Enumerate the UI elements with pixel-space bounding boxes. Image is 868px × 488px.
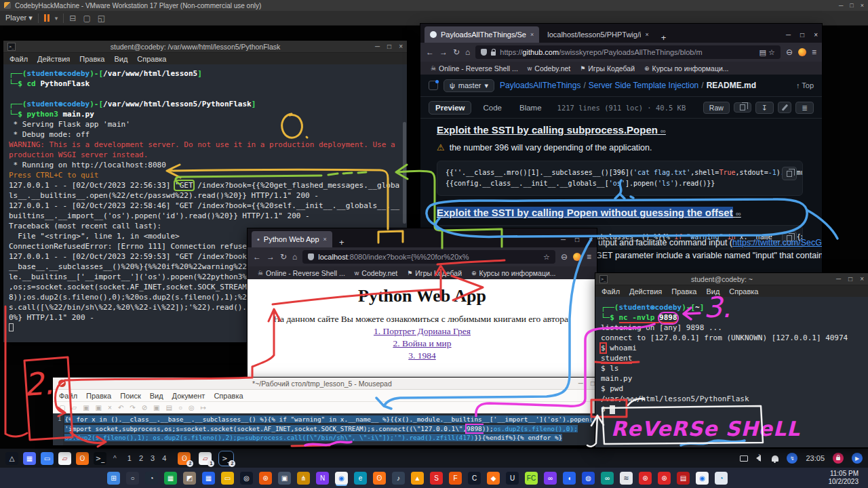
webapp-url-bar[interactable]: localhost:8080/index?book={%%20for%20x% … [302,250,555,264]
bookmark-star-icon[interactable]: ☆ [768,48,775,56]
virtualbox[interactable]: ▣ [278,472,291,485]
tracking-shield-icon[interactable] [308,253,314,260]
blender[interactable]: ◆ [487,472,500,485]
firefox-launcher[interactable]: ʘ [76,452,89,465]
bookmark-courses[interactable]: ⊕Курсы по информаци... [468,269,559,277]
terminal-flask-titlebar[interactable]: >_ student@codeby: /var/www/html/lesson5… [3,41,407,53]
menu-item[interactable]: Справка [214,392,243,400]
mousepad-launcher[interactable]: ▱ [58,452,71,465]
mousepad-titlebar[interactable]: *~/Рабочий стол/tmp_lesson_5 - Mousepad … [53,378,600,390]
open[interactable]: ▱ [71,404,77,411]
symbols-outline-button[interactable]: ≣ [795,102,814,114]
menu-item[interactable]: Правка [86,392,111,400]
task-firefox[interactable]: ʘ2 [178,452,191,465]
portrait[interactable]: ◩ [183,472,196,485]
tab-close-icon[interactable]: × [323,236,327,243]
back-button[interactable]: ← [253,252,261,262]
terminal-launcher[interactable]: >_ [94,452,106,465]
unity-mode[interactable]: ◱ [98,14,105,23]
pause-vm-button[interactable] [44,14,50,22]
new-doc[interactable]: ▢ [59,404,65,411]
reload-button[interactable]: ↻ [280,252,287,262]
edge[interactable]: e [354,472,367,485]
firefox[interactable]: ʘ [373,472,386,485]
calendar[interactable]: ▦ [202,472,215,485]
gear-red-a[interactable]: ⊛ [639,472,652,485]
close-button[interactable]: × [814,31,818,39]
bookmark-reverse-shell[interactable]: ☠Online - Reverse Shell ... [427,64,521,73]
minimize-button[interactable]: ─ [561,236,566,243]
forward-button[interactable]: → [439,47,448,57]
fc-app[interactable]: FC [525,472,538,485]
media-app[interactable]: ♪ [392,472,405,485]
vmware-maximize-button[interactable]: □ [850,2,853,9]
mousepad-text-area[interactable]: 1 {% for x in ().__class__.__base__.__su… [53,413,600,445]
anchor-link-icon[interactable]: ∞ [736,209,741,218]
bookmark-reverse-shell[interactable]: ☠Online - Reverse Shell ... [254,269,349,277]
tab-preview[interactable]: Preview [429,101,471,115]
tab-close-icon[interactable]: × [530,31,534,38]
menu-item[interactable]: Вид [150,392,163,400]
save-as[interactable]: ▣ [96,404,102,411]
copy-raw-button[interactable] [734,102,751,113]
vmware-minimize-button[interactable]: ─ [839,2,843,9]
breadcrumb-repo-link[interactable]: PayloadsAllTheThings [500,81,580,90]
anchor-link-icon[interactable]: ∞ [660,127,666,135]
file-explorer[interactable]: ▭ [221,472,234,485]
menu-item[interactable]: Справка [137,55,166,63]
save[interactable]: ▣ [83,404,89,411]
notification-bell-icon[interactable] [772,455,778,462]
player-menu-button[interactable]: Player ▾ [5,14,33,22]
menu-item[interactable]: Поиск [120,392,140,400]
tab-payloadsallthethings[interactable]: PayloadsAllTheThings/Se × [425,26,539,43]
start[interactable]: ⊞ [107,472,120,485]
volume-icon[interactable] [756,455,761,462]
app-menu[interactable]: ▦ [23,452,36,465]
gear-red-b[interactable]: ⊛ [658,472,671,485]
gauge[interactable]: ◔ [145,472,158,485]
dev-tool[interactable]: ∞ [601,472,614,485]
payload-text[interactable]: {% for x in ().__class__.__base__.__subc… [63,413,600,445]
panel-collapse-icon[interactable]: ^ [111,455,119,462]
maximize-button[interactable]: □ [848,275,852,283]
file-tree-icon[interactable] [429,81,438,90]
visual-studio[interactable]: ∞ [544,472,557,485]
app-menu-icon[interactable]: ≡ [812,47,816,57]
pause-dropdown[interactable]: ▾ [55,15,58,22]
bookmark-games[interactable]: ⚑Игры Кодебай [403,269,465,277]
tab-python-web-app[interactable]: • Python Web App × [252,231,332,247]
home-button[interactable]: ⌂ [292,252,297,262]
chrome[interactable]: ◉ [335,472,348,485]
bookmark-codeby[interactable]: wCodeby.net [524,64,574,73]
maximize-button[interactable]: □ [387,43,391,50]
bookmark-star-icon[interactable]: ☆ [543,253,550,261]
window-list-icon[interactable] [740,455,748,462]
minimize-button[interactable]: ─ [786,31,791,39]
power-manager-icon[interactable]: ↯ [787,453,797,464]
panel-clock[interactable]: 23:05 [806,454,825,462]
forward-button[interactable]: → [267,252,275,262]
tab-blame[interactable]: Blame [513,102,548,114]
minimize-button[interactable]: ─ [836,275,841,283]
send-ctrl-alt-del[interactable]: ⊟ [69,14,76,23]
paste[interactable]: ▤ [166,404,172,411]
menu-item[interactable]: Файл [9,55,28,63]
menu-item[interactable]: Файл [59,392,77,400]
branch-selector[interactable]: ψmaster▾ [443,79,494,92]
new-tab-button[interactable]: + [335,237,349,247]
firefox-account-icon[interactable] [798,48,806,56]
find-replace[interactable]: ◎ [189,404,195,411]
find[interactable]: ○ [178,404,182,411]
vmware-close-button[interactable]: × [861,2,864,9]
bookmark-codeby[interactable]: wCodeby.net [351,269,401,277]
menu-item[interactable]: Вид [706,287,719,296]
file-manager[interactable]: ▭ [41,452,54,465]
menu-item[interactable]: Правка [79,55,104,63]
telegram-like[interactable]: ◔ [715,472,728,485]
terminal-netcat-output[interactable]: ┌──(student⊛codeby)-[~]└─$ nc -nvlp 9898… [595,297,868,448]
back-button[interactable]: ← [426,47,434,57]
s-app[interactable]: S [430,472,443,485]
menu-item[interactable]: Правка [671,287,696,296]
unreal[interactable]: U [506,472,519,485]
menu-item[interactable]: Вид [114,55,127,63]
